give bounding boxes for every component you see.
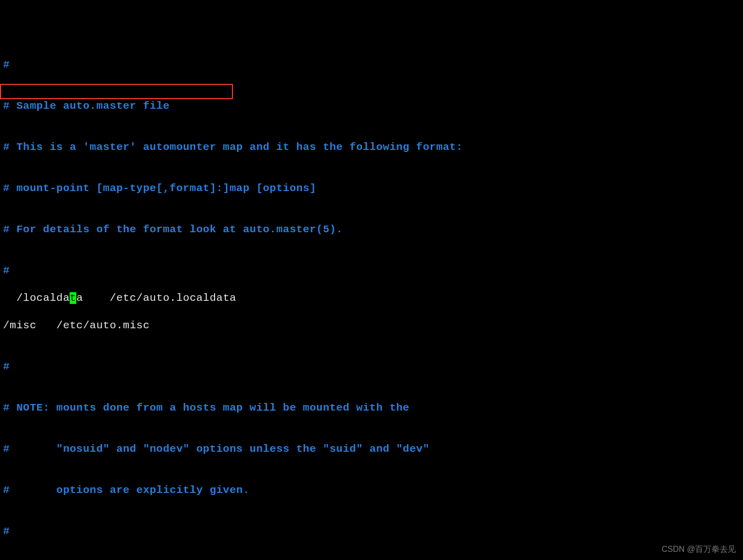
text-seg: /localda bbox=[16, 292, 70, 304]
text-seg: a /etc/auto.localdata bbox=[76, 292, 236, 304]
highlight-box-icon bbox=[0, 84, 233, 99]
file-line: # bbox=[3, 264, 740, 277]
file-line: # Sample auto.master file bbox=[3, 99, 740, 113]
file-line: # NOTE: mounts done from a hosts map wil… bbox=[3, 401, 740, 415]
file-line: # "nosuid" and "nodev" options unless th… bbox=[3, 442, 740, 456]
file-line: # For details of the format look at auto… bbox=[3, 223, 740, 236]
terminal-viewport[interactable]: # # Sample auto.master file # This is a … bbox=[0, 0, 743, 560]
file-line: # bbox=[3, 58, 740, 72]
file-line: # options are explicitly given. bbox=[3, 483, 740, 497]
file-line: /misc /etc/auto.misc bbox=[3, 319, 740, 332]
file-line: # mount-point [map-type[,format]:]map [o… bbox=[3, 181, 740, 195]
file-line-localdata: /localdata /etc/auto.localdata bbox=[16, 291, 236, 305]
cursor-icon: t bbox=[70, 292, 76, 304]
file-line: # bbox=[3, 524, 740, 538]
file-line: # This is a 'master' automounter map and… bbox=[3, 140, 740, 154]
file-line: # bbox=[3, 360, 740, 374]
watermark-text: CSDN @百万拳去见 bbox=[662, 542, 736, 556]
